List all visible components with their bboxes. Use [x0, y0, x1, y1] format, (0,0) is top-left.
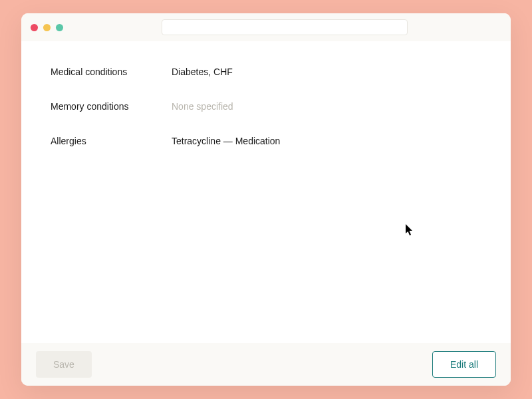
titlebar: [21, 13, 511, 41]
traffic-lights: [31, 24, 63, 31]
maximize-icon[interactable]: [56, 24, 63, 31]
save-button[interactable]: Save: [36, 351, 92, 378]
app-window: Medical conditions Diabetes, CHF Memory …: [21, 13, 511, 386]
label-allergies: Allergies: [51, 136, 172, 146]
value-medical-conditions: Diabetes, CHF: [172, 66, 233, 77]
edit-all-button[interactable]: Edit all: [432, 351, 496, 378]
row-allergies: Allergies Tetracycline — Medication: [51, 136, 481, 146]
row-memory-conditions: Memory conditions None specified: [51, 101, 481, 112]
label-medical-conditions: Medical conditions: [51, 66, 172, 77]
row-medical-conditions: Medical conditions Diabetes, CHF: [51, 66, 481, 77]
content-area: Medical conditions Diabetes, CHF Memory …: [21, 41, 511, 343]
close-icon[interactable]: [31, 24, 38, 31]
value-memory-conditions: None specified: [172, 101, 233, 112]
minimize-icon[interactable]: [43, 24, 51, 31]
label-memory-conditions: Memory conditions: [51, 101, 172, 112]
value-allergies: Tetracycline — Medication: [172, 136, 280, 146]
footer: Save Edit all: [21, 343, 511, 386]
search-input[interactable]: [162, 19, 408, 35]
